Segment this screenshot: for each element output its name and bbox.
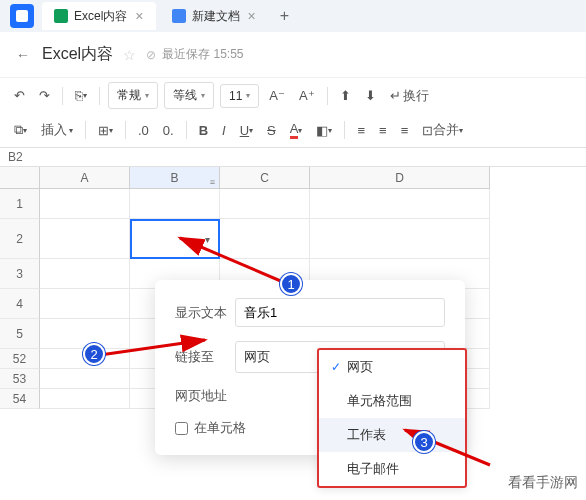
format-painter-button[interactable]: ⎘▾: [69, 84, 93, 108]
screenshot-button[interactable]: ⧉▾: [8, 118, 33, 142]
redo-button[interactable]: ↷: [33, 84, 56, 108]
insert-button[interactable]: 插入▾: [35, 117, 79, 143]
cell[interactable]: [40, 369, 130, 389]
row-header[interactable]: 4: [0, 289, 40, 319]
link-to-value: 网页: [244, 348, 270, 366]
valign-bottom-button[interactable]: ⬇: [359, 84, 382, 108]
cell-ref-input[interactable]: [8, 150, 48, 164]
toolbar-2: ⧉▾ 插入▾ ⊞▾ .0 0. B I U▾ S A▾ ◧▾ ≡ ≡ ≡ ⊡ 合…: [0, 113, 586, 148]
font-dec-button[interactable]: A⁻: [263, 84, 291, 108]
fill-color-button[interactable]: ◧▾: [310, 118, 338, 142]
add-tab-button[interactable]: +: [272, 3, 297, 29]
watermark: 看看手游网: [508, 474, 578, 492]
separator: [344, 121, 345, 139]
svg-line-1: [100, 340, 205, 355]
wrap-button[interactable]: ↵换行: [384, 83, 435, 109]
font-size-select[interactable]: 11▾: [220, 84, 259, 108]
row-header[interactable]: 53: [0, 369, 40, 389]
arrow-2: [95, 310, 215, 365]
separator: [125, 121, 126, 139]
cell[interactable]: [40, 389, 130, 409]
align-center-button[interactable]: ≡: [373, 118, 393, 142]
italic-button[interactable]: I: [216, 118, 232, 142]
cell[interactable]: [310, 219, 490, 259]
arrow-1: [160, 230, 310, 310]
cell[interactable]: [40, 189, 130, 219]
url-label: 网页地址: [175, 387, 235, 405]
cell[interactable]: [40, 219, 130, 259]
font-inc-button[interactable]: A⁺: [293, 84, 321, 108]
row-header[interactable]: 3: [0, 259, 40, 289]
col-header-a[interactable]: A: [40, 167, 130, 189]
doc-title: Excel内容: [42, 44, 113, 65]
align-right-button[interactable]: ≡: [395, 118, 415, 142]
decimal-dec-button[interactable]: 0.: [157, 118, 180, 142]
decimal-inc-button[interactable]: .0: [132, 118, 155, 142]
format-select[interactable]: 常规▾: [108, 82, 158, 109]
row-1: 1: [0, 189, 586, 219]
valign-top-button[interactable]: ⬆: [334, 84, 357, 108]
annotation-3: 3: [413, 431, 435, 453]
font-color-button[interactable]: A▾: [284, 117, 309, 143]
col-headers: A B≡ C D: [0, 167, 586, 189]
sheet-icon: [54, 9, 68, 23]
row-header[interactable]: 1: [0, 189, 40, 219]
separator: [62, 87, 63, 105]
select-all-corner[interactable]: [0, 167, 40, 189]
bold-button[interactable]: B: [193, 118, 214, 142]
close-icon[interactable]: ×: [135, 8, 143, 24]
doc-icon: [172, 9, 186, 23]
cell[interactable]: [310, 189, 490, 219]
back-icon[interactable]: ←: [16, 47, 30, 63]
save-status: 最近保存 15:55: [162, 46, 243, 63]
row-header[interactable]: 52: [0, 349, 40, 369]
cell[interactable]: [130, 189, 220, 219]
separator: [99, 87, 100, 105]
row-header[interactable]: 5: [0, 319, 40, 349]
dropdown-item-cellrange[interactable]: 单元格范围: [319, 384, 465, 418]
col-header-d[interactable]: D: [310, 167, 490, 189]
undo-button[interactable]: ↶: [8, 84, 31, 108]
tab-label: 新建文档: [192, 8, 240, 25]
cloud-icon: ⊘: [146, 48, 156, 62]
title-bar: ← Excel内容 ☆ ⊘ 最近保存 15:55: [0, 32, 586, 77]
underline-button[interactable]: U▾: [234, 118, 259, 142]
merge-button[interactable]: ⊡ 合并▾: [416, 117, 469, 143]
separator: [85, 121, 86, 139]
annotation-2: 2: [83, 343, 105, 365]
tab-label: Excel内容: [74, 8, 127, 25]
star-icon[interactable]: ☆: [123, 47, 136, 63]
border-style-select[interactable]: 等线▾: [164, 82, 214, 109]
close-icon[interactable]: ×: [248, 8, 256, 24]
toolbar-1: ↶ ↷ ⎘▾ 常规▾ 等线▾ 11▾ A⁻ A⁺ ⬆ ⬇ ↵换行: [0, 77, 586, 113]
tab-excel[interactable]: Excel内容 ×: [42, 2, 156, 30]
app-icon: [10, 4, 34, 28]
border-button[interactable]: ⊞▾: [92, 118, 119, 142]
align-left-button[interactable]: ≡: [351, 118, 371, 142]
separator: [186, 121, 187, 139]
dropdown-item-webpage[interactable]: 网页: [319, 350, 465, 384]
tab-bar: Excel内容 × 新建文档 × +: [0, 0, 586, 32]
separator: [327, 87, 328, 105]
row-header[interactable]: 2: [0, 219, 40, 259]
col-header-c[interactable]: C: [220, 167, 310, 189]
strike-button[interactable]: S: [261, 118, 282, 142]
col-header-b[interactable]: B≡: [130, 167, 220, 189]
tab-doc[interactable]: 新建文档 ×: [160, 2, 268, 30]
in-cell-checkbox[interactable]: [175, 422, 188, 435]
row-header[interactable]: 54: [0, 389, 40, 409]
cell[interactable]: [40, 259, 130, 289]
cell-ref-bar: [0, 148, 586, 167]
cell[interactable]: [220, 189, 310, 219]
svg-line-0: [180, 238, 290, 285]
checkbox-label: 在单元格: [194, 419, 246, 437]
annotation-1: 1: [280, 273, 302, 295]
